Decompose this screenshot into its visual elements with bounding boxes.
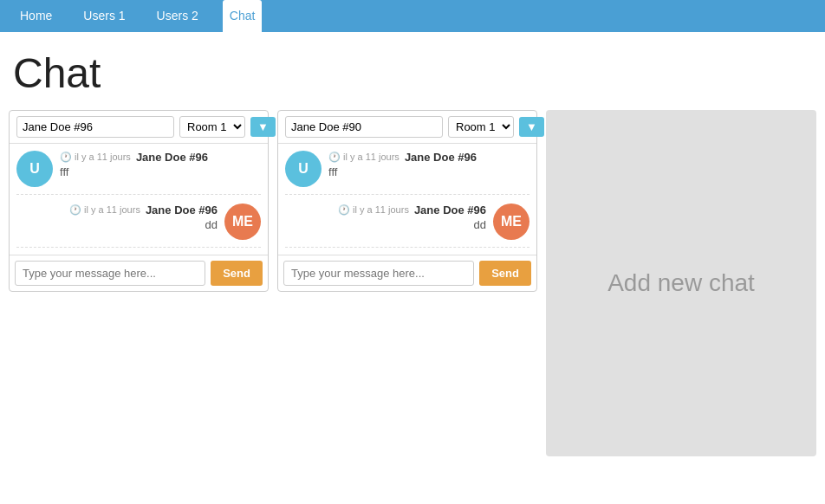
message-time: 🕐 il y a 11 jours xyxy=(69,204,140,216)
message-meta: 🕐 il y a 11 joursJane Doe #96 xyxy=(328,151,529,164)
page-title: Chat xyxy=(0,32,825,110)
message-content: 🕐 il y a 11 joursJane Doe #96fff xyxy=(60,151,261,178)
message-row: U🕐 il y a 11 joursJane Doe #96fff xyxy=(16,151,261,195)
chat-card-chat1: Room 1▼U🕐 il y a 11 joursJane Doe #96fff… xyxy=(9,110,269,292)
message-text: dd xyxy=(285,218,486,231)
nav-item-chat[interactable]: Chat xyxy=(223,0,263,32)
message-author: Jane Doe #96 xyxy=(414,204,486,216)
messages-chat1: U🕐 il y a 11 joursJane Doe #96fffME🕐 il … xyxy=(10,144,268,255)
room-select-chat1[interactable]: Room 1 xyxy=(179,116,245,138)
message-row: U🕐 il y a 11 joursJane Doe #96fff xyxy=(285,151,529,195)
send-button-chat1[interactable]: Send xyxy=(211,261,263,286)
message-time: 🕐 il y a 11 jours xyxy=(328,152,400,163)
chat-user-input-chat1[interactable] xyxy=(16,116,174,138)
message-author: Jane Doe #96 xyxy=(405,151,477,164)
send-button-chat2[interactable]: Send xyxy=(479,261,531,286)
chat-header-chat2: Room 1▼ xyxy=(278,111,536,144)
message-time: 🕐 il y a 11 jours xyxy=(60,152,131,163)
avatar: ME xyxy=(493,204,529,240)
nav-item-users-2[interactable]: Users 2 xyxy=(150,0,205,32)
chat-user-input-chat2[interactable] xyxy=(285,116,443,138)
nav-item-home[interactable]: Home xyxy=(13,0,59,32)
chat-card-chat2: Room 1▼U🕐 il y a 11 joursJane Doe #96fff… xyxy=(277,110,537,292)
message-text: fff xyxy=(60,165,261,178)
messages-chat2: U🕐 il y a 11 joursJane Doe #96fffME🕐 il … xyxy=(278,144,536,255)
message-text: dd xyxy=(16,218,218,231)
chat-area: Room 1▼U🕐 il y a 11 joursJane Doe #96fff… xyxy=(0,110,825,456)
message-row: ME🕐 il y a 11 joursJane Doe #96dd xyxy=(285,204,529,248)
message-meta: 🕐 il y a 11 joursJane Doe #96 xyxy=(60,151,261,164)
message-input-chat1[interactable] xyxy=(15,261,205,286)
message-content: 🕐 il y a 11 joursJane Doe #96dd xyxy=(16,204,218,231)
avatar: U xyxy=(16,151,53,187)
message-text: fff xyxy=(328,165,529,178)
main-nav: HomeUsers 1Users 2Chat xyxy=(0,0,825,32)
nav-item-users-1[interactable]: Users 1 xyxy=(76,0,132,32)
chat-footer-chat2: Send xyxy=(278,255,536,291)
message-content: 🕐 il y a 11 joursJane Doe #96fff xyxy=(328,151,529,178)
avatar: U xyxy=(285,151,322,187)
chat-footer-chat1: Send xyxy=(10,255,268,291)
message-meta: 🕐 il y a 11 joursJane Doe #96 xyxy=(285,204,486,216)
chevron-button-chat2[interactable]: ▼ xyxy=(519,117,544,137)
message-author: Jane Doe #96 xyxy=(146,204,218,216)
avatar: ME xyxy=(224,204,261,240)
message-author: Jane Doe #96 xyxy=(136,151,208,164)
add-new-chat-label: Add new chat xyxy=(607,269,755,297)
message-input-chat2[interactable] xyxy=(283,261,474,286)
message-content: 🕐 il y a 11 joursJane Doe #96dd xyxy=(285,204,486,231)
chevron-button-chat1[interactable]: ▼ xyxy=(250,117,276,137)
add-new-chat-panel[interactable]: Add new chat xyxy=(546,110,816,456)
message-row: ME🕐 il y a 11 joursJane Doe #96dd xyxy=(16,204,261,248)
message-meta: 🕐 il y a 11 joursJane Doe #96 xyxy=(16,204,218,216)
room-select-chat2[interactable]: Room 1 xyxy=(448,116,514,138)
message-time: 🕐 il y a 11 jours xyxy=(338,204,409,216)
chat-header-chat1: Room 1▼ xyxy=(10,111,268,144)
